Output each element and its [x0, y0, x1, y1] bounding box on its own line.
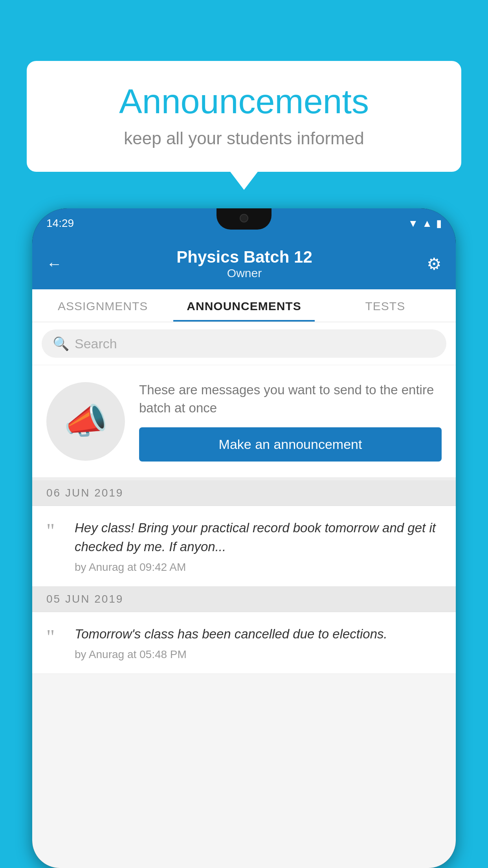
announcement-meta-2: by Anurag at 05:48 PM	[75, 648, 442, 661]
search-container: 🔍 Search	[32, 322, 456, 365]
quote-icon-1: "	[46, 521, 64, 541]
date-separator-2: 05 JUN 2019	[32, 587, 456, 612]
speech-bubble-container: Announcements keep all your students inf…	[27, 61, 461, 172]
bubble-title: Announcements	[50, 83, 438, 121]
announcement-text-1: Hey class! Bring your practical record b…	[75, 519, 442, 556]
quote-icon-2: "	[46, 627, 64, 647]
header-title: Physics Batch 12	[176, 248, 312, 267]
megaphone-circle: 📣	[46, 382, 125, 461]
header-center: Physics Batch 12 Owner	[176, 248, 312, 280]
speech-bubble: Announcements keep all your students inf…	[27, 61, 461, 172]
search-icon: 🔍	[53, 336, 69, 351]
app-header: ← Physics Batch 12 Owner ⚙	[32, 238, 456, 289]
wifi-icon: ▼	[408, 217, 418, 230]
signal-icon: ▲	[422, 217, 432, 230]
prompt-right: These are messages you want to send to t…	[139, 381, 442, 462]
make-announcement-button[interactable]: Make an announcement	[139, 427, 442, 462]
tabs-bar: ASSIGNMENTS ANNOUNCEMENTS TESTS	[32, 289, 456, 322]
announcement-item-1: " Hey class! Bring your practical record…	[32, 506, 456, 587]
search-placeholder: Search	[75, 336, 117, 351]
announcement-meta-1: by Anurag at 09:42 AM	[75, 561, 442, 574]
phone-frame: 14:29 ▼ ▲ ▮ ← Physics Batch 12 Owner ⚙ A…	[32, 208, 456, 868]
phone-inner: ← Physics Batch 12 Owner ⚙ ASSIGNMENTS A…	[32, 238, 456, 868]
megaphone-icon: 📣	[64, 401, 108, 442]
header-subtitle: Owner	[176, 267, 312, 280]
date-separator-1: 06 JUN 2019	[32, 480, 456, 506]
back-button[interactable]: ←	[46, 255, 62, 273]
status-time: 14:29	[46, 217, 74, 230]
announcement-text-2: Tomorrow's class has been cancelled due …	[75, 625, 442, 644]
settings-icon[interactable]: ⚙	[427, 254, 442, 274]
content-area: 🔍 Search 📣 These are messages you want t…	[32, 322, 456, 868]
camera-dot	[240, 214, 248, 223]
prompt-description: These are messages you want to send to t…	[139, 381, 442, 417]
announcement-content-2: Tomorrow's class has been cancelled due …	[75, 625, 442, 661]
announcement-content-1: Hey class! Bring your practical record b…	[75, 519, 442, 574]
tab-assignments[interactable]: ASSIGNMENTS	[32, 289, 173, 322]
announcement-item-2: " Tomorrow's class has been cancelled du…	[32, 612, 456, 674]
status-bar: 14:29 ▼ ▲ ▮	[32, 208, 456, 238]
battery-icon: ▮	[436, 217, 442, 230]
tab-announcements[interactable]: ANNOUNCEMENTS	[173, 289, 314, 322]
announcement-prompt: 📣 These are messages you want to send to…	[32, 365, 456, 480]
status-icons: ▼ ▲ ▮	[408, 217, 442, 230]
bubble-subtitle: keep all your students informed	[50, 129, 438, 148]
tab-tests[interactable]: TESTS	[315, 289, 456, 322]
search-bar[interactable]: 🔍 Search	[42, 329, 446, 358]
phone-notch	[216, 208, 272, 230]
